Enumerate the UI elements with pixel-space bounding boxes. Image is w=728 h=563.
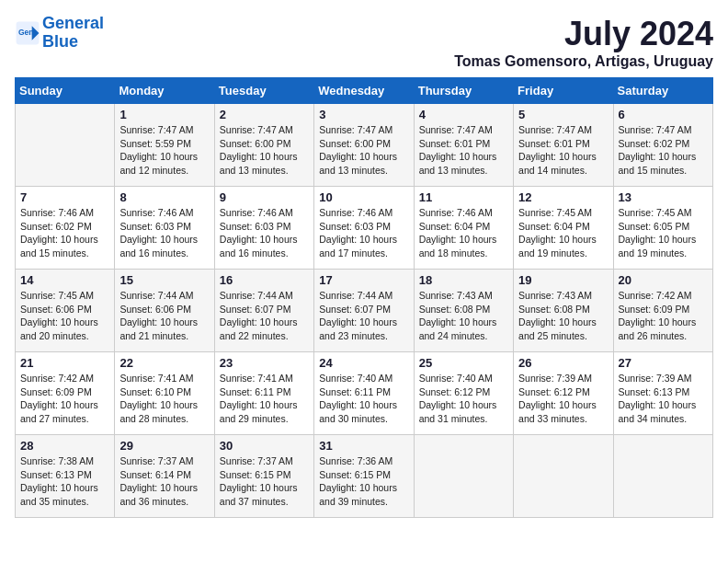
day-info: Sunrise: 7:40 AMSunset: 6:12 PMDaylight:… — [419, 372, 508, 426]
day-number: 17 — [319, 273, 408, 287]
day-number: 16 — [220, 273, 309, 287]
daylight-text: Daylight: 10 hours and 13 minutes. — [419, 150, 508, 177]
calendar-cell: 1Sunrise: 7:47 AMSunset: 5:59 PMDaylight… — [115, 104, 214, 187]
calendar-cell — [613, 435, 712, 518]
sunset-text: Sunset: 6:02 PM — [619, 137, 708, 151]
day-number: 25 — [419, 356, 508, 370]
sunset-text: Sunset: 6:08 PM — [518, 303, 608, 316]
calendar-cell: 18Sunrise: 7:43 AMSunset: 6:08 PMDayligh… — [414, 270, 513, 352]
sunset-text: Sunset: 6:07 PM — [319, 303, 408, 316]
day-info: Sunrise: 7:42 AMSunset: 6:09 PMDaylight:… — [20, 372, 109, 426]
calendar-cell: 12Sunrise: 7:45 AMSunset: 6:04 PMDayligh… — [514, 187, 613, 270]
daylight-text: Daylight: 10 hours and 21 minutes. — [119, 316, 209, 342]
daylight-text: Daylight: 10 hours and 22 minutes. — [220, 316, 309, 342]
calendar-cell — [16, 104, 115, 187]
calendar-week-row: 1Sunrise: 7:47 AMSunset: 5:59 PMDaylight… — [16, 104, 713, 187]
day-info: Sunrise: 7:38 AMSunset: 6:13 PMDaylight:… — [20, 454, 109, 509]
sunrise-text: Sunrise: 7:47 AM — [119, 123, 209, 137]
sunrise-text: Sunrise: 7:46 AM — [319, 206, 408, 220]
daylight-text: Daylight: 10 hours and 30 minutes. — [319, 398, 408, 425]
daylight-text: Daylight: 10 hours and 16 minutes. — [119, 233, 209, 259]
sunrise-text: Sunrise: 7:44 AM — [220, 289, 309, 303]
sunrise-text: Sunrise: 7:46 AM — [119, 206, 209, 220]
day-number: 20 — [619, 273, 708, 287]
calendar-cell: 9Sunrise: 7:46 AMSunset: 6:03 PMDaylight… — [214, 187, 313, 270]
daylight-text: Daylight: 10 hours and 28 minutes. — [119, 398, 209, 425]
day-info: Sunrise: 7:36 AMSunset: 6:15 PMDaylight:… — [319, 454, 408, 509]
day-info: Sunrise: 7:39 AMSunset: 6:12 PMDaylight:… — [518, 372, 608, 426]
day-number: 9 — [220, 190, 309, 204]
sunrise-text: Sunrise: 7:39 AM — [619, 372, 708, 385]
calendar-cell: 28Sunrise: 7:38 AMSunset: 6:13 PMDayligh… — [16, 435, 115, 518]
header: Gen General Blue July 2024 Tomas Gomenso… — [15, 15, 713, 70]
daylight-text: Daylight: 10 hours and 12 minutes. — [119, 150, 209, 177]
sunrise-text: Sunrise: 7:47 AM — [518, 123, 608, 137]
calendar-cell: 8Sunrise: 7:46 AMSunset: 6:03 PMDaylight… — [115, 187, 214, 270]
day-number: 24 — [319, 356, 408, 370]
day-info: Sunrise: 7:47 AMSunset: 6:00 PMDaylight:… — [220, 123, 309, 178]
day-info: Sunrise: 7:45 AMSunset: 6:04 PMDaylight:… — [518, 206, 608, 260]
day-number: 1 — [119, 108, 209, 121]
daylight-text: Daylight: 10 hours and 26 minutes. — [619, 316, 708, 342]
daylight-text: Daylight: 10 hours and 25 minutes. — [518, 316, 608, 342]
day-info: Sunrise: 7:46 AMSunset: 6:03 PMDaylight:… — [220, 206, 309, 260]
day-number: 31 — [319, 439, 408, 453]
logo-text-line1: General — [42, 15, 104, 33]
day-info: Sunrise: 7:47 AMSunset: 6:01 PMDaylight:… — [518, 123, 608, 178]
day-number: 8 — [119, 190, 209, 204]
day-info: Sunrise: 7:44 AMSunset: 6:07 PMDaylight:… — [220, 289, 309, 343]
day-number: 14 — [20, 273, 109, 287]
sunset-text: Sunset: 6:01 PM — [419, 137, 508, 151]
sunset-text: Sunset: 6:00 PM — [319, 137, 408, 151]
calendar-cell: 17Sunrise: 7:44 AMSunset: 6:07 PMDayligh… — [314, 270, 414, 352]
sunrise-text: Sunrise: 7:38 AM — [20, 454, 109, 468]
calendar-week-row: 21Sunrise: 7:42 AMSunset: 6:09 PMDayligh… — [16, 352, 713, 435]
daylight-text: Daylight: 10 hours and 16 minutes. — [220, 233, 309, 259]
sunset-text: Sunset: 6:05 PM — [619, 220, 708, 234]
day-number: 22 — [119, 356, 209, 370]
sunset-text: Sunset: 6:06 PM — [119, 303, 209, 316]
calendar-cell: 5Sunrise: 7:47 AMSunset: 6:01 PMDaylight… — [514, 104, 613, 187]
day-info: Sunrise: 7:39 AMSunset: 6:13 PMDaylight:… — [619, 372, 708, 426]
sunrise-text: Sunrise: 7:42 AM — [619, 289, 708, 303]
calendar-cell: 2Sunrise: 7:47 AMSunset: 6:00 PMDaylight… — [214, 104, 313, 187]
title-section: July 2024 Tomas Gomensoro, Artigas, Urug… — [454, 15, 713, 70]
sunrise-text: Sunrise: 7:46 AM — [220, 206, 309, 220]
logo-text-line2: Blue — [42, 33, 104, 52]
daylight-text: Daylight: 10 hours and 33 minutes. — [518, 398, 608, 425]
sunrise-text: Sunrise: 7:43 AM — [518, 289, 608, 303]
calendar-cell: 15Sunrise: 7:44 AMSunset: 6:06 PMDayligh… — [115, 270, 214, 352]
sunrise-text: Sunrise: 7:45 AM — [518, 206, 608, 220]
day-number: 4 — [419, 108, 508, 121]
calendar-cell: 31Sunrise: 7:36 AMSunset: 6:15 PMDayligh… — [314, 435, 414, 518]
day-number: 11 — [419, 190, 508, 204]
day-info: Sunrise: 7:45 AMSunset: 6:06 PMDaylight:… — [20, 289, 109, 343]
calendar-cell: 7Sunrise: 7:46 AMSunset: 6:02 PMDaylight… — [16, 187, 115, 270]
location: Tomas Gomensoro, Artigas, Uruguay — [454, 53, 713, 70]
sunset-text: Sunset: 6:07 PM — [220, 303, 309, 316]
sunrise-text: Sunrise: 7:36 AM — [319, 454, 408, 468]
calendar-cell: 3Sunrise: 7:47 AMSunset: 6:00 PMDaylight… — [314, 104, 414, 187]
daylight-text: Daylight: 10 hours and 36 minutes. — [119, 481, 209, 508]
calendar-cell: 13Sunrise: 7:45 AMSunset: 6:05 PMDayligh… — [613, 187, 712, 270]
daylight-text: Daylight: 10 hours and 19 minutes. — [518, 233, 608, 259]
day-number: 5 — [518, 108, 608, 121]
day-info: Sunrise: 7:43 AMSunset: 6:08 PMDaylight:… — [419, 289, 508, 343]
sunrise-text: Sunrise: 7:42 AM — [20, 372, 109, 385]
logo-icon: Gen — [15, 20, 40, 46]
calendar-cell: 29Sunrise: 7:37 AMSunset: 6:14 PMDayligh… — [115, 435, 214, 518]
sunset-text: Sunset: 6:10 PM — [119, 385, 209, 399]
calendar-cell: 10Sunrise: 7:46 AMSunset: 6:03 PMDayligh… — [314, 187, 414, 270]
day-number: 2 — [220, 108, 309, 121]
daylight-text: Daylight: 10 hours and 24 minutes. — [419, 316, 508, 342]
day-info: Sunrise: 7:46 AMSunset: 6:03 PMDaylight:… — [319, 206, 408, 260]
day-number: 13 — [619, 190, 708, 204]
sunset-text: Sunset: 6:06 PM — [20, 303, 109, 316]
sunrise-text: Sunrise: 7:45 AM — [619, 206, 708, 220]
sunset-text: Sunset: 6:04 PM — [518, 220, 608, 234]
sunset-text: Sunset: 6:15 PM — [319, 468, 408, 482]
daylight-text: Daylight: 10 hours and 15 minutes. — [20, 233, 109, 259]
sunrise-text: Sunrise: 7:44 AM — [119, 289, 209, 303]
sunrise-text: Sunrise: 7:45 AM — [20, 289, 109, 303]
calendar-cell: 11Sunrise: 7:46 AMSunset: 6:04 PMDayligh… — [414, 187, 513, 270]
